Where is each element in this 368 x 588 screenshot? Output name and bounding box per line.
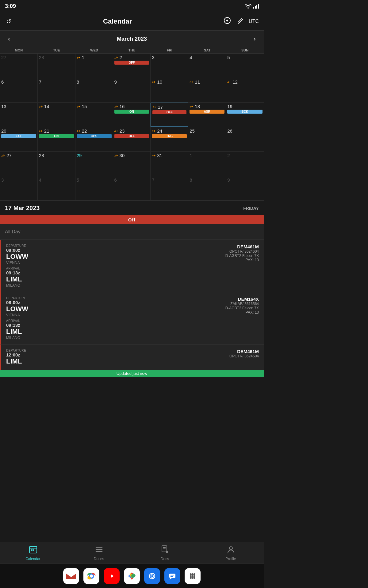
cal-cell-w3d3[interactable]: 2✈ 15 bbox=[75, 103, 113, 127]
nav-calendar-label: Calendar bbox=[25, 557, 40, 561]
day-header-mon: MON bbox=[0, 47, 38, 53]
cal-cell-w6d4[interactable]: 6 bbox=[113, 176, 151, 201]
flight-right-2: DEM164X ZAKAB/ 3616564 D-AGBT2 Falcon 7X… bbox=[225, 296, 259, 315]
filter-button[interactable] bbox=[222, 16, 232, 27]
cal-cell-w4d3[interactable]: 4✈ 22 OPS bbox=[75, 127, 113, 152]
cal-cell-w2d1[interactable]: 6 bbox=[0, 78, 38, 103]
cal-cell-w4d2[interactable]: 4✈ 21 ON bbox=[38, 127, 75, 152]
duties-icon bbox=[95, 545, 103, 556]
bottom-nav: Calendar Duties Docs Profile bbox=[0, 542, 264, 564]
app-support[interactable] bbox=[144, 568, 160, 584]
cal-cell-w2d4[interactable]: 9 bbox=[113, 78, 151, 103]
cal-cell-w5d1[interactable]: 2✈ 27 bbox=[0, 152, 38, 176]
cal-cell-w5d6[interactable]: 1 bbox=[188, 152, 226, 176]
app-photos[interactable] bbox=[124, 568, 140, 584]
edit-button[interactable] bbox=[236, 16, 245, 27]
nav-profile[interactable]: Profile bbox=[198, 542, 264, 564]
flight-left-1: DEPARTURE 08:00z LOWW VIENNA ARRIVAL 09:… bbox=[6, 244, 28, 288]
calendar-grid-week2: 6 7 8 9 4✈ 10 6✈ 11 4✈ 12 bbox=[0, 78, 264, 103]
cal-cell-w1d6[interactable]: 4 bbox=[188, 54, 226, 78]
prev-month-button[interactable]: ‹ bbox=[5, 34, 13, 44]
svg-point-41 bbox=[194, 573, 195, 575]
nav-profile-label: Profile bbox=[225, 557, 236, 561]
day-header-tue: TUE bbox=[38, 47, 75, 53]
svg-point-40 bbox=[192, 573, 194, 575]
cal-cell-w3d4[interactable]: 3✈ 16 ON bbox=[113, 103, 151, 127]
cal-cell-w4d7[interactable]: 26 bbox=[226, 127, 264, 152]
cal-cell-w4d1[interactable]: 20 EXT bbox=[0, 127, 38, 152]
cal-cell-w5d2[interactable]: 28 bbox=[38, 152, 75, 176]
flight-right-3: DEM461M OPOTR/ 3624604 bbox=[229, 349, 259, 358]
nav-duties-label: Duties bbox=[94, 557, 104, 561]
nav-title: Calendar bbox=[103, 17, 132, 25]
utc-button[interactable]: UTC bbox=[249, 19, 259, 24]
nav-docs[interactable]: Docs bbox=[132, 542, 198, 564]
cal-cell-w1d7[interactable]: 5 bbox=[226, 54, 264, 78]
app-grid[interactable] bbox=[185, 568, 201, 584]
cal-cell-w4d5[interactable]: 1✈ 24 TRG bbox=[151, 127, 188, 152]
svg-rect-34 bbox=[169, 574, 175, 578]
app-chrome[interactable] bbox=[83, 568, 99, 584]
event-off-w1d4: OFF bbox=[114, 61, 149, 65]
top-nav: ↺ Calendar UTC bbox=[0, 12, 264, 31]
cal-cell-w6d5[interactable]: 7 bbox=[151, 176, 188, 201]
flight-badge: 1✈ bbox=[77, 56, 81, 59]
wifi-icon bbox=[245, 4, 251, 9]
flight-card-3[interactable]: DEPARTURE 12:00z LIML DEM461M OPOTR/ 362… bbox=[0, 345, 264, 370]
cal-cell-w2d3[interactable]: 8 bbox=[75, 78, 113, 103]
day-header-wed: WED bbox=[75, 47, 113, 53]
nav-calendar[interactable]: Calendar bbox=[0, 542, 66, 564]
cal-cell-w1d1[interactable]: 27 bbox=[0, 54, 38, 78]
nav-duties[interactable]: Duties bbox=[66, 542, 132, 564]
flight-card-1[interactable]: DEPARTURE 08:00z LOWW VIENNA ARRIVAL 09:… bbox=[0, 240, 264, 292]
cal-cell-w1d3[interactable]: 1✈ 1 bbox=[75, 54, 113, 78]
cal-cell-w6d3[interactable]: 5 bbox=[75, 176, 113, 201]
cal-cell-w5d7[interactable]: 2 bbox=[226, 152, 264, 176]
cal-cell-w6d2[interactable]: 4 bbox=[38, 176, 75, 201]
svg-point-44 bbox=[194, 575, 195, 577]
cal-cell-w2d2[interactable]: 7 bbox=[38, 78, 75, 103]
app-youtube[interactable] bbox=[104, 568, 120, 584]
svg-point-45 bbox=[190, 577, 192, 579]
event-on-w3d4: ON bbox=[114, 110, 149, 114]
nav-docs-label: Docs bbox=[161, 557, 169, 561]
event-off-w3d5: OFF bbox=[152, 110, 186, 114]
next-month-button[interactable]: › bbox=[251, 34, 259, 44]
cal-cell-w3d5-today[interactable]: 7✈ 17 OFF bbox=[151, 103, 188, 127]
svg-rect-16 bbox=[163, 547, 166, 548]
event-ext-w4d1: EXT bbox=[1, 134, 36, 138]
cal-cell-w1d5[interactable]: 3 bbox=[151, 54, 188, 78]
cal-cell-w6d7[interactable]: 9 bbox=[226, 176, 264, 201]
app-gmail[interactable] bbox=[63, 568, 79, 584]
refresh-button[interactable]: ↺ bbox=[5, 17, 13, 26]
svg-point-39 bbox=[190, 573, 192, 575]
cal-cell-w1d2[interactable]: 28 bbox=[38, 54, 75, 78]
calendar-header: ‹ March 2023 › bbox=[0, 31, 264, 47]
cal-cell-w3d6[interactable]: 4✈ 18 ASR bbox=[188, 103, 226, 127]
status-icons bbox=[245, 4, 259, 9]
cal-cell-w1d4[interactable]: 1✈ 2 OFF bbox=[113, 54, 151, 78]
cal-cell-w2d7[interactable]: 4✈ 12 bbox=[226, 78, 264, 103]
cal-cell-w6d6[interactable]: 8 bbox=[188, 176, 226, 201]
svg-point-42 bbox=[190, 575, 192, 577]
off-bar: Off bbox=[0, 215, 264, 224]
svg-rect-2 bbox=[256, 5, 257, 9]
cal-cell-w3d1[interactable]: 13 bbox=[0, 103, 38, 127]
profile-icon bbox=[227, 545, 235, 556]
cal-cell-w4d4[interactable]: 4✈ 23 OFF bbox=[113, 127, 151, 152]
cal-cell-w4d6[interactable]: 25 bbox=[188, 127, 226, 152]
cal-cell-w3d2[interactable]: 1✈ 14 bbox=[38, 103, 75, 127]
flight-card-2[interactable]: DEPARTURE 08:00z LOWW VIENNA ARRIVAL 09:… bbox=[0, 292, 264, 345]
day-header-thu: THU bbox=[113, 47, 151, 53]
cal-cell-w3d7[interactable]: 19 SCK bbox=[226, 103, 264, 127]
svg-rect-3 bbox=[258, 4, 259, 9]
cal-cell-w5d3[interactable]: 29 bbox=[75, 152, 113, 176]
cal-cell-w2d6[interactable]: 6✈ 11 bbox=[188, 78, 226, 103]
cal-cell-w6d1[interactable]: 3 bbox=[0, 176, 38, 201]
calendar-grid-week4: 20 EXT 4✈ 21 ON 4✈ 22 OPS 4✈ 23 OFF 1✈ 2… bbox=[0, 127, 264, 152]
cal-cell-w2d5[interactable]: 4✈ 10 bbox=[151, 78, 188, 103]
svg-rect-17 bbox=[163, 548, 166, 549]
cal-cell-w5d4[interactable]: 3✈ 30 bbox=[113, 152, 151, 176]
cal-cell-w5d5[interactable]: 4✈ 31 bbox=[151, 152, 188, 176]
app-messages[interactable] bbox=[164, 568, 180, 584]
